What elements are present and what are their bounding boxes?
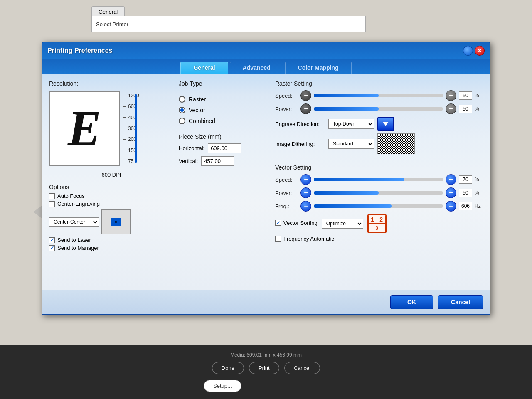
raster-speed-fill xyxy=(314,94,379,97)
vector-freq-unit: Hz xyxy=(475,203,483,209)
auto-focus-checkbox[interactable] xyxy=(49,193,55,199)
dialog-footer: OK Cancel xyxy=(42,290,490,314)
pos-ml[interactable] xyxy=(102,218,111,226)
vector-power-value[interactable]: 50 xyxy=(459,189,472,197)
send-to-laser-row[interactable]: Send to Laser xyxy=(49,237,174,243)
options-section: Options Auto Focus Center-Engraving Cent… xyxy=(49,184,174,253)
left-column: Resolution: E 1200 600 xyxy=(49,80,174,283)
vector-sorting-checkbox-row[interactable]: Vector Sorting xyxy=(275,220,318,226)
vector-speed-plus[interactable]: + xyxy=(446,174,456,185)
pos-bl[interactable] xyxy=(102,226,111,234)
raster-radio[interactable] xyxy=(179,96,185,103)
printing-preferences-dialog: Printing Preferences i ✕ General Advance… xyxy=(42,42,490,315)
vector-power-track[interactable] xyxy=(314,191,443,195)
vector-freq-track[interactable] xyxy=(314,204,443,208)
vector-power-label: Power: xyxy=(275,190,298,196)
cancel-button[interactable]: Cancel xyxy=(438,295,483,309)
job-type-radio-group: Raster Vector Combined xyxy=(179,96,270,124)
send-to-laser-checkbox[interactable] xyxy=(49,237,55,243)
vector-freq-fill xyxy=(314,204,392,208)
dialog-controls: i ✕ xyxy=(463,46,485,56)
center-engraving-row[interactable]: Center-Engraving xyxy=(49,201,174,207)
pos-tm[interactable] xyxy=(111,210,121,218)
right-column: Raster Setting Speed: − + 50 % Power: − xyxy=(275,80,483,283)
vector-freq-label: Freq.: xyxy=(275,203,298,209)
vector-power-plus[interactable]: + xyxy=(446,187,456,198)
frequency-automatic-row[interactable]: Frequency Automatic xyxy=(275,236,483,242)
engrave-direction-select[interactable]: Top-Down Bottom-Up Left-Right Right-Left xyxy=(328,119,374,129)
raster-power-value[interactable]: 50 xyxy=(459,105,472,113)
pos-tl[interactable] xyxy=(102,210,111,218)
raster-power-minus[interactable]: − xyxy=(300,103,311,114)
pos-mm[interactable]: × xyxy=(111,218,121,226)
vector-sorting-select[interactable]: Optimize Inside-Out xyxy=(322,219,363,229)
vector-speed-value[interactable]: 70 xyxy=(459,175,472,184)
options-title: Options xyxy=(49,184,174,190)
dialog-titlebar: Printing Preferences i ✕ xyxy=(42,42,490,59)
center-engraving-checkbox[interactable] xyxy=(49,201,55,207)
vector-freq-minus[interactable]: − xyxy=(300,201,311,212)
dpi-bar xyxy=(135,94,137,163)
vector-radio-row[interactable]: Vector xyxy=(179,107,270,113)
image-dithering-label: Image Dithering: xyxy=(275,141,325,147)
raster-power-plus[interactable]: + xyxy=(446,103,456,114)
raster-setting-section: Raster Setting Speed: − + 50 % Power: − xyxy=(275,80,483,157)
done-button[interactable]: Done xyxy=(212,362,244,374)
pos-tr[interactable] xyxy=(121,210,130,218)
print-button[interactable]: Print xyxy=(249,362,279,374)
bg-select-printer-bar: Select Printer xyxy=(91,16,366,32)
engrave-direction-button[interactable] xyxy=(377,117,394,131)
vector-speed-label: Speed: xyxy=(275,177,298,183)
vector-speed-minus[interactable]: − xyxy=(300,174,311,185)
vertical-row: Vertical: xyxy=(179,156,270,166)
auto-focus-row[interactable]: Auto Focus xyxy=(49,193,174,199)
vector-freq-value[interactable]: 606 xyxy=(459,202,472,210)
raster-power-fill xyxy=(314,107,379,111)
horizontal-input[interactable] xyxy=(208,143,241,153)
vector-freq-plus[interactable]: + xyxy=(446,201,456,212)
raster-speed-track[interactable] xyxy=(314,94,443,97)
ok-button[interactable]: OK xyxy=(390,295,433,309)
vector-power-unit: % xyxy=(475,190,483,196)
tab-color-mapping[interactable]: Color Mapping xyxy=(285,62,352,74)
image-dithering-select[interactable]: Standard Floyd-Steinberg Jarvis xyxy=(328,139,374,149)
pos-bm[interactable] xyxy=(111,226,121,234)
raster-radio-row[interactable]: Raster xyxy=(179,96,270,103)
vector-speed-row: Speed: − + 70 % xyxy=(275,174,483,185)
raster-speed-plus[interactable]: + xyxy=(446,90,456,101)
tab-general[interactable]: General xyxy=(180,62,228,74)
raster-setting-title: Raster Setting xyxy=(275,80,483,87)
sort-cell-3: 3 xyxy=(368,224,386,232)
sort-cell-2: 2 xyxy=(377,215,386,224)
pos-br[interactable] xyxy=(121,226,130,234)
current-dpi: 600 DPI xyxy=(49,172,174,178)
position-grid[interactable]: × xyxy=(101,209,131,234)
setup-button[interactable]: Setup... xyxy=(204,380,241,392)
combined-radio[interactable] xyxy=(179,118,185,124)
dither-preview xyxy=(377,133,415,154)
frequency-automatic-checkbox[interactable] xyxy=(275,236,281,242)
raster-power-track[interactable] xyxy=(314,107,443,111)
vertical-input[interactable] xyxy=(201,156,234,166)
raster-speed-value[interactable]: 50 xyxy=(459,91,472,100)
vector-radio[interactable] xyxy=(179,107,185,113)
raster-power-unit: % xyxy=(475,106,483,112)
vector-setting-title: Vector Setting xyxy=(275,164,483,171)
vector-sorting-checkbox[interactable] xyxy=(275,220,281,226)
send-to-manager-checkbox[interactable] xyxy=(49,245,55,251)
vector-power-fill xyxy=(314,191,379,195)
dpi-tick-75[interactable]: 75 xyxy=(123,158,133,164)
position-dropdown[interactable]: Center-Center xyxy=(49,217,99,227)
info-button[interactable]: i xyxy=(463,46,473,56)
dialog-title: Printing Preferences xyxy=(47,47,113,54)
vector-power-minus[interactable]: − xyxy=(300,187,311,198)
pos-mr[interactable] xyxy=(121,218,130,226)
vector-speed-track[interactable] xyxy=(314,178,443,181)
piece-size-section: Piece Size (mm) Horizontal: Vertical: xyxy=(179,133,270,169)
combined-radio-row[interactable]: Combined xyxy=(179,118,270,124)
send-to-manager-row[interactable]: Send to Manager xyxy=(49,245,174,251)
tab-advanced[interactable]: Advanced xyxy=(230,62,283,74)
bottom-cancel-button[interactable]: Cancel xyxy=(284,362,320,374)
raster-speed-minus[interactable]: − xyxy=(300,90,311,101)
close-button[interactable]: ✕ xyxy=(475,46,485,56)
